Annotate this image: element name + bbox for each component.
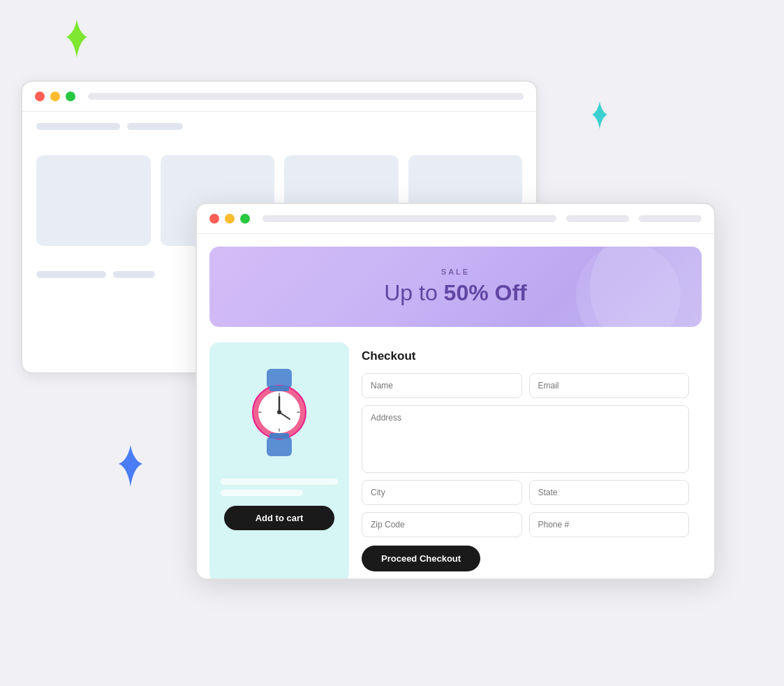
back-bar-1 [36, 123, 120, 130]
sale-label: SALE [226, 268, 685, 276]
sale-headline-prefix: Up to [384, 280, 443, 305]
front-browser-window: SALE Up to 50% Off [195, 203, 716, 580]
sale-headline: Up to 50% Off [226, 280, 685, 306]
svg-rect-9 [297, 411, 300, 413]
watch-image [230, 356, 328, 468]
svg-point-6 [277, 410, 281, 414]
back-bar-2 [127, 123, 183, 130]
email-input[interactable] [529, 373, 690, 398]
checkout-title: Checkout [362, 349, 689, 363]
front-url-bar-2 [566, 215, 629, 222]
back-bar-4 [113, 271, 155, 278]
front-url-bar [262, 215, 556, 222]
address-input[interactable] [362, 405, 689, 473]
dot-green [66, 92, 75, 101]
svg-rect-7 [279, 393, 280, 396]
blue-sparkle-icon [112, 445, 150, 487]
product-card: Add to cart [209, 342, 349, 580]
back-bar-3 [36, 271, 106, 278]
svg-rect-11 [269, 433, 289, 439]
front-url-bar-3 [639, 215, 702, 222]
product-bar-2 [221, 490, 303, 496]
content-row: Add to cart Checkout Proceed Checkout [197, 338, 714, 580]
teal-sparkle-icon [586, 101, 613, 129]
placeholder-card-1 [36, 155, 151, 246]
svg-rect-10 [258, 411, 262, 413]
product-bars [218, 473, 341, 502]
city-input[interactable] [362, 480, 522, 505]
form-row-name-email [362, 373, 689, 398]
back-url-bar [88, 93, 524, 100]
back-top-bars [36, 123, 522, 130]
checkout-form: Checkout Proceed Checkout [349, 338, 702, 580]
back-browser-titlebar [22, 82, 536, 112]
front-browser-titlebar [197, 204, 714, 234]
product-bar-1 [221, 479, 338, 485]
svg-rect-0 [267, 437, 292, 456]
front-dot-yellow [225, 214, 235, 224]
proceed-checkout-button[interactable]: Proceed Checkout [362, 546, 480, 571]
phone-input[interactable] [529, 512, 690, 537]
svg-rect-12 [269, 386, 289, 391]
green-sparkle-icon [59, 20, 94, 58]
state-input[interactable] [529, 480, 690, 505]
dot-yellow [50, 92, 60, 101]
dot-red [35, 92, 45, 101]
form-row-zip-phone [362, 512, 689, 537]
name-input[interactable] [362, 373, 522, 398]
sale-banner: SALE Up to 50% Off [209, 247, 702, 327]
zip-input[interactable] [362, 512, 522, 537]
product-image-area [223, 351, 335, 473]
front-dot-red [209, 214, 219, 224]
front-dot-green [240, 214, 250, 224]
svg-rect-8 [279, 428, 280, 432]
add-to-cart-button[interactable]: Add to cart [224, 506, 334, 530]
form-row-city-state [362, 480, 689, 505]
sale-headline-bold: 50% Off [444, 280, 527, 305]
